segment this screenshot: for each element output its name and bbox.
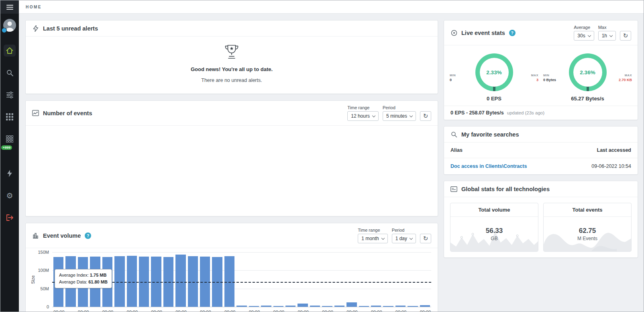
volume-bar[interactable] [395,306,406,307]
volume-bar[interactable] [175,255,185,307]
bytes-donut-chart: 2.36% [569,53,607,91]
refresh-button[interactable]: ↻ [620,31,631,41]
period-select[interactable]: 5 minutes [383,111,416,121]
volume-bar[interactable] [188,256,198,307]
volume-bar[interactable] [236,306,247,307]
y-axis-label: Size [30,252,36,307]
refresh-icon: ↻ [423,112,428,120]
chevron-down-icon [372,114,375,117]
chevron-down-icon [410,236,413,239]
number-of-events-card: Number of events Time range 12 hours Per… [25,100,438,216]
volume-bar[interactable] [322,306,332,307]
sidebar-item-home[interactable] [4,45,16,57]
x-tick-label: 00:00 [175,310,185,312]
volume-chart-plot-area: Average Index: 1.75 MB Average Data: 61.… [52,252,431,307]
breadcrumb[interactable]: HOME [26,5,42,9]
favorite-search-link[interactable]: Doc access in Clients\Contracts [450,163,527,169]
time-range-label: Time range [358,228,387,232]
volume-bar[interactable] [420,305,430,307]
total-volume-unit: GB [491,236,497,241]
sidebar: +999 ⚙ [0,0,19,312]
sidebar-item-settings[interactable]: ⚙ [4,190,16,202]
eps-gauge: MIN 0 2.33% 0 EPS MAX 3 [447,53,541,102]
bar-chart-icon [32,232,39,239]
sidebar-item-apps[interactable] [4,111,16,123]
x-tick-label: 00:00 [53,310,63,312]
stats-card-icon [450,186,457,192]
live-stats-icon [450,29,457,36]
chart-tooltip: Average Index: 1.75 MB Average Data: 61.… [55,269,112,288]
sidebar-item-filters[interactable] [4,89,16,101]
volume-bar[interactable] [310,306,320,307]
x-tick-label: 00:00 [298,310,308,312]
card-title: Number of events [43,110,92,116]
hamburger-menu-button[interactable] [0,0,19,14]
lightning-icon [6,170,13,177]
volume-bar[interactable] [249,306,259,307]
volume-bar[interactable] [334,306,344,307]
card-title: Live event stats [461,30,505,36]
time-range-select[interactable]: 1 month [358,234,387,243]
volume-bar[interactable] [383,306,393,307]
live-stats-updated: updated (23s ago) [507,110,544,115]
average-interval-select[interactable]: 30s [574,31,594,41]
dashboard-content: Last 5 unread alerts Good news! You're a… [19,14,644,312]
sidebar-item-modules[interactable]: +999 [4,133,16,145]
event-volume-card: Event volume ? Time range 1 month Period [25,223,438,312]
refresh-icon: ↻ [623,32,628,39]
bytes-gauge: MIN 0 Bytes 2.36% 65.27 Bytes/s MAX [541,53,634,102]
card-title: My favorite searches [461,131,519,138]
refresh-button[interactable]: ↻ [420,234,431,243]
volume-bar[interactable] [371,306,381,307]
grid-icon [6,113,13,120]
user-avatar[interactable] [3,19,16,32]
volume-bar[interactable] [346,302,357,307]
sidebar-item-live-events[interactable] [4,167,16,179]
x-tick-label [285,310,296,312]
x-tick-label: 00:00 [395,310,406,312]
volume-bar[interactable] [273,306,283,307]
favorite-searches-card: My favorite searches Alias Last accessed… [444,126,638,175]
chevron-down-icon [410,114,413,117]
volume-bar[interactable] [114,256,124,307]
x-tick-label [114,310,124,312]
average-label: Average [574,25,594,30]
live-event-stats-card: Live event stats ? Average 30s Max [444,20,638,120]
alerts-submessage: There are no unread alerts. [26,77,438,83]
volume-bar[interactable] [261,306,271,307]
x-tick-label [383,310,393,312]
unread-alerts-card: Last 5 unread alerts Good news! You're a… [25,20,438,94]
x-tick-label [139,310,149,312]
topbar: HOME [19,0,644,14]
global-stats-card: Global stats for all technologies Total … [444,181,638,258]
period-select[interactable]: 1 day [392,234,416,243]
x-tick-label: 00:00 [249,310,259,312]
x-tick-label: 00:00 [151,310,161,312]
help-icon[interactable]: ? [509,30,516,36]
volume-bar[interactable] [127,256,137,307]
total-volume-panel: Total volume 56.33 GB [450,203,538,252]
help-icon[interactable]: ? [85,232,91,239]
max-label: Max [598,25,616,30]
panel-title: Total volume [450,203,538,217]
volume-bar[interactable] [298,304,308,307]
gridline [52,307,431,307]
volume-bar[interactable] [408,306,418,307]
volume-chart-yaxis: 150M100M50M0 [36,252,52,307]
sidebar-item-search[interactable] [4,67,16,79]
max-interval-select[interactable]: 1h [598,31,616,41]
x-tick-label: 00:00 [273,310,283,312]
events-chart-icon [32,110,39,116]
volume-bar[interactable] [359,306,369,307]
max-value: 2.70 KB [619,78,632,82]
volume-bar[interactable] [285,306,296,307]
x-tick-label [310,310,320,312]
x-tick-label [188,310,198,312]
sidebar-item-logout[interactable] [4,212,16,224]
x-tick-label [212,310,222,312]
time-range-select[interactable]: 12 hours [347,111,379,121]
min-label: MIN [450,73,463,77]
time-range-label: Time range [347,105,379,110]
refresh-button[interactable]: ↻ [420,111,431,121]
volume-bar[interactable] [224,256,234,307]
